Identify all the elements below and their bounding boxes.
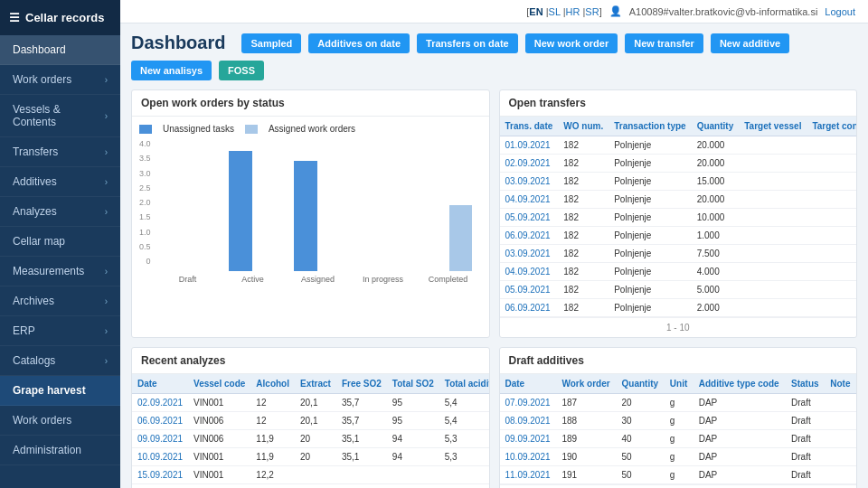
- lang-hr[interactable]: HR: [566, 6, 580, 17]
- chevron-right-icon: ›: [105, 296, 108, 306]
- topbar: [EN |SL |HR |SR] 👤 A10089#valter.bratkov…: [120, 0, 868, 23]
- cell-wo: 182: [558, 299, 609, 317]
- sidebar-item-archives[interactable]: Archives ›: [0, 286, 120, 316]
- sidebar-item-grape-harvest[interactable]: Grape harvest: [0, 376, 120, 406]
- sidebar-item-vessels-contents[interactable]: Vessels & Contents ›: [0, 95, 120, 137]
- cell-content: [807, 155, 857, 173]
- x-label-draft: Draft: [158, 275, 218, 284]
- cell-date: 04.09.2021: [500, 191, 559, 209]
- cell-total-acid: [439, 484, 489, 489]
- cell-total-acid: [439, 466, 489, 484]
- lang-sr[interactable]: SR: [585, 6, 599, 17]
- sidebar-item-work-orders2[interactable]: Work orders: [0, 406, 120, 436]
- bar-group-assigned: [288, 145, 348, 271]
- cell-wo: 189: [556, 430, 616, 448]
- table-row: 05.09.2021 182 Polnjenje 5.000: [500, 281, 858, 299]
- cell-extract: [295, 484, 336, 489]
- col-trans-date: Trans. date: [500, 117, 559, 136]
- work-orders-panel: Open work orders by status Unassigned ta…: [131, 89, 490, 338]
- transfers-on-date-button[interactable]: Transfers on date: [417, 33, 518, 53]
- cell-note: [825, 430, 856, 448]
- sidebar-item-catalogs[interactable]: Catalogs ›: [0, 346, 120, 376]
- cell-content: [807, 281, 857, 299]
- new-work-order-button[interactable]: New work order: [525, 33, 618, 53]
- language-selector: [EN |SL |HR |SR]: [526, 6, 601, 17]
- cell-vessel: [739, 227, 807, 245]
- sidebar-item-additives[interactable]: Additives ›: [0, 167, 120, 197]
- page-title: Dashboard: [131, 33, 225, 53]
- cell-free-so2: [336, 466, 387, 484]
- lang-sl[interactable]: SL: [549, 6, 561, 17]
- cell-vessel: VIN002: [188, 484, 250, 489]
- chevron-right-icon: ›: [105, 147, 108, 157]
- sidebar-item-analyzes[interactable]: Analyzes ›: [0, 197, 120, 227]
- sidebar-item-cellar-map[interactable]: Cellar map: [0, 227, 120, 257]
- cell-total-acid: 5,4: [439, 412, 489, 430]
- cell-unit: g: [665, 412, 693, 430]
- cell-wo: 187: [556, 394, 616, 412]
- cell-status: Draft: [786, 412, 825, 430]
- col-extract: Extract: [295, 374, 336, 394]
- cell-date: 04.09.2021: [500, 263, 559, 281]
- cell-date: 07.09.2021: [500, 394, 557, 412]
- table-row: 16.09.2021 VIN002 12,2 1,3 *Bx 3,16: [132, 484, 489, 489]
- cell-alcohol: 12: [250, 394, 295, 412]
- col-unit: Unit: [665, 374, 693, 394]
- cell-qty: 4.000: [692, 263, 740, 281]
- x-axis-labels: Draft Active Assigned In progress Comple…: [155, 271, 482, 284]
- cell-unit: g: [665, 430, 693, 448]
- cell-free-so2: 35,1: [336, 448, 387, 466]
- sidebar-item-erp[interactable]: ERP ›: [0, 316, 120, 346]
- cell-wo: 182: [558, 263, 609, 281]
- sidebar-item-administration[interactable]: Administration: [0, 436, 120, 465]
- cell-wo: 190: [556, 448, 616, 466]
- lang-en[interactable]: EN: [529, 6, 542, 17]
- cell-status: Draft: [786, 466, 825, 484]
- cell-type: DAP: [693, 448, 786, 466]
- x-label-completed: Completed: [419, 275, 478, 284]
- cell-alcohol: 11,9: [250, 430, 295, 448]
- new-transfer-button[interactable]: New transfer: [625, 33, 703, 53]
- cell-type: DAP: [693, 394, 786, 412]
- bar-group-draft: [158, 145, 218, 271]
- cell-vessel: VIN001: [188, 394, 250, 412]
- cell-total-acid: 5,3: [439, 448, 489, 466]
- col-target-content: Target content: [807, 117, 857, 136]
- cell-wo: 182: [558, 281, 609, 299]
- sidebar-item-work-orders[interactable]: Work orders ›: [0, 65, 120, 95]
- cell-free-so2: 35,1: [336, 430, 387, 448]
- table-row: 02.09.2021 VIN001 12 20,1 35,7 95 5,4 0,…: [132, 394, 489, 412]
- cell-total-so2: 94: [387, 430, 439, 448]
- cell-date: 06.09.2021: [132, 412, 188, 430]
- sidebar-item-transfers[interactable]: Transfers ›: [0, 137, 120, 167]
- foss-button[interactable]: FOSS: [219, 61, 264, 80]
- sidebar-item-measurements[interactable]: Measurements ›: [0, 257, 120, 286]
- chart-area: 4.0 3.5 3.0 2.5 2.0 1.5 1.0 0.5 0: [139, 139, 482, 284]
- cell-vessel: VIN001: [188, 466, 250, 484]
- sampled-button[interactable]: Sampled: [241, 33, 301, 53]
- new-analysis-button[interactable]: New analisys: [131, 61, 212, 80]
- cell-wo: 182: [558, 227, 609, 245]
- sidebar-item-dashboard[interactable]: Dashboard: [0, 35, 120, 65]
- main-area: [EN |SL |HR |SR] 👤 A10089#valter.bratkov…: [120, 0, 868, 488]
- table-row: 07.09.2021 187 20 g DAP Draft: [500, 394, 857, 412]
- col-status: Status: [786, 374, 825, 394]
- cell-date: 05.09.2021: [500, 209, 559, 227]
- cell-vessel: [739, 299, 807, 317]
- chevron-right-icon: ›: [105, 267, 108, 277]
- bars-area: Draft Active Assigned In progress Comple…: [155, 145, 482, 284]
- cell-wo: 182: [558, 191, 609, 209]
- cell-qty: 50: [617, 448, 665, 466]
- table-row: 03.09.2021 182 Polnjenje 7.500: [500, 245, 858, 263]
- cell-qty: 30: [617, 412, 665, 430]
- cell-vessel: VIN006: [188, 412, 250, 430]
- analyzes-table-body: 02.09.2021 VIN001 12 20,1 35,7 95 5,4 0,…: [132, 394, 489, 489]
- new-additive-button[interactable]: New additive: [711, 33, 789, 53]
- cell-extract: 20,1: [295, 394, 336, 412]
- cell-note: [825, 412, 856, 430]
- cell-date: 11.09.2021: [500, 466, 557, 484]
- cell-unit: g: [665, 466, 693, 484]
- logout-button[interactable]: Logout: [825, 6, 855, 17]
- cell-unit: g: [665, 394, 693, 412]
- additives-on-date-button[interactable]: Additives on date: [308, 33, 410, 53]
